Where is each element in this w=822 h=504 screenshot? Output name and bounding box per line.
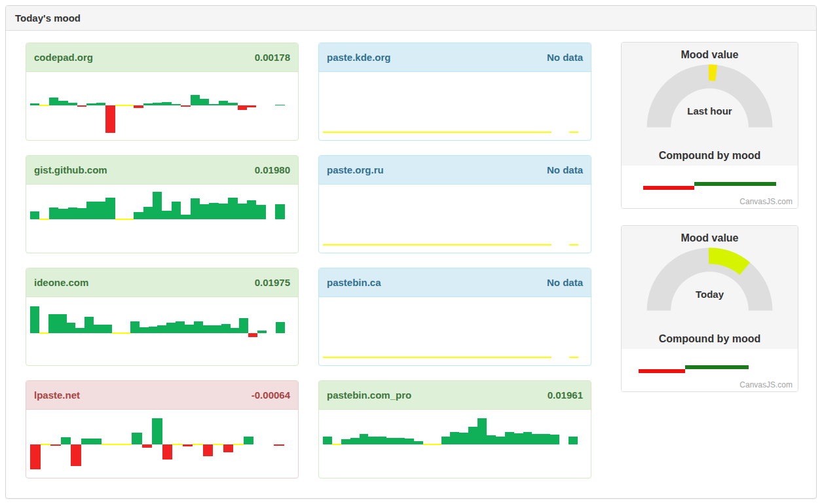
chart-bar <box>464 244 472 245</box>
chart-slot <box>323 72 331 141</box>
chart-slot <box>367 72 375 141</box>
site-panel-header: codepad.org 0.00178 <box>26 43 298 72</box>
chart-slot <box>360 410 369 478</box>
chart-bar <box>534 244 543 245</box>
chart-bar <box>39 333 48 334</box>
site-name: paste.org.ru <box>327 164 384 175</box>
chart-slot <box>267 297 276 366</box>
chart-bar <box>459 433 468 444</box>
chart-slot <box>464 72 472 141</box>
chart-slot <box>203 297 212 366</box>
chart-bar <box>428 244 437 245</box>
chart-bar <box>367 357 375 358</box>
chart-bar <box>423 444 432 445</box>
chart-bar <box>132 433 142 444</box>
chart-bar <box>213 444 223 445</box>
chart-bar <box>438 244 446 245</box>
mood-bar-chart <box>323 410 587 478</box>
chart-slot <box>534 297 543 366</box>
mood-bar-chart <box>30 185 294 253</box>
chart-slot <box>323 185 331 253</box>
chart-slot <box>517 72 525 141</box>
site-panel-gist-github: gist.github.com 0.01980 <box>26 155 299 253</box>
chart-slot <box>358 185 367 253</box>
chart-slot <box>402 185 411 253</box>
site-name: ideone.com <box>34 277 88 288</box>
chart-slot <box>221 297 231 366</box>
chart-bar <box>228 198 237 219</box>
chart-bar <box>58 209 67 219</box>
chart-slot <box>152 410 162 478</box>
chart-bar <box>256 205 265 219</box>
chart-slot <box>257 297 267 366</box>
page-title: Today's mood <box>6 6 816 31</box>
site-name: paste.kde.org <box>327 52 391 63</box>
chart-bar <box>472 244 481 245</box>
mood-bar-chart <box>323 297 587 366</box>
chart-slot <box>376 72 384 141</box>
chart-bar <box>446 357 455 358</box>
canvasjs-credit-link[interactable]: CanvasJS.com <box>739 197 793 206</box>
chart-slot <box>578 297 587 366</box>
chart-bar <box>275 204 284 219</box>
chart-slot <box>472 185 481 253</box>
chart-slot <box>96 185 105 253</box>
chart-slot <box>569 297 578 366</box>
chart-slot <box>166 297 176 366</box>
chart-bar <box>172 202 181 219</box>
chart-bar <box>68 207 77 219</box>
chart-bar <box>525 357 534 358</box>
chart-slot <box>368 410 377 478</box>
chart-slot <box>341 72 349 141</box>
chart-slot <box>534 72 543 141</box>
chart-slot <box>481 185 490 253</box>
chart-slot <box>559 410 569 478</box>
chart-bar <box>420 244 428 245</box>
chart-slot <box>367 185 375 253</box>
chart-slot <box>172 410 183 478</box>
chart-slot <box>96 72 105 141</box>
gauge-section: Mood value Today Compound by mood <box>622 226 798 349</box>
site-panel-lpaste: lpaste.net -0.00064 <box>26 380 299 478</box>
chart-bar <box>134 105 143 108</box>
chart-slot <box>332 410 341 478</box>
chart-slot <box>477 410 487 478</box>
chart-bar <box>569 132 578 133</box>
chart-bar <box>203 444 214 456</box>
chart-bar <box>534 132 543 133</box>
chart-slot <box>266 185 275 253</box>
chart-bar <box>543 132 551 133</box>
chart-bar <box>505 432 514 444</box>
chart-slot <box>212 297 221 366</box>
chart-bar <box>247 200 256 219</box>
canvasjs-credit-link[interactable]: CanvasJS.com <box>739 380 793 389</box>
chart-slot <box>58 297 67 366</box>
site-mood-value: No data <box>547 164 583 175</box>
chart-bar <box>496 437 505 444</box>
chart-bar <box>532 434 541 444</box>
chart-bar <box>405 439 414 444</box>
chart-bar <box>96 103 105 105</box>
chart-slot <box>162 185 171 253</box>
chart-bar <box>376 132 384 133</box>
chart-slot <box>143 72 153 141</box>
chart-bar <box>39 105 48 106</box>
chart-bar <box>376 244 384 245</box>
chart-bar <box>181 215 190 219</box>
chart-slot <box>455 297 464 366</box>
chart-slot <box>468 410 477 478</box>
chart-bar <box>203 325 212 333</box>
chart-bar <box>112 333 121 334</box>
chart-bar <box>534 357 543 358</box>
chart-bar <box>157 325 166 333</box>
chart-bar <box>332 444 341 445</box>
gauge-period-label: Last hour <box>622 105 798 117</box>
chart-slot <box>49 72 58 141</box>
gauge-period-label: Today <box>622 289 798 300</box>
chart-slot <box>384 297 393 366</box>
chart-slot <box>172 72 181 141</box>
chart-bar <box>30 306 39 333</box>
chart-slot <box>200 72 209 141</box>
site-panel-header: ideone.com 0.01975 <box>26 268 298 297</box>
chart-bar <box>394 132 402 133</box>
